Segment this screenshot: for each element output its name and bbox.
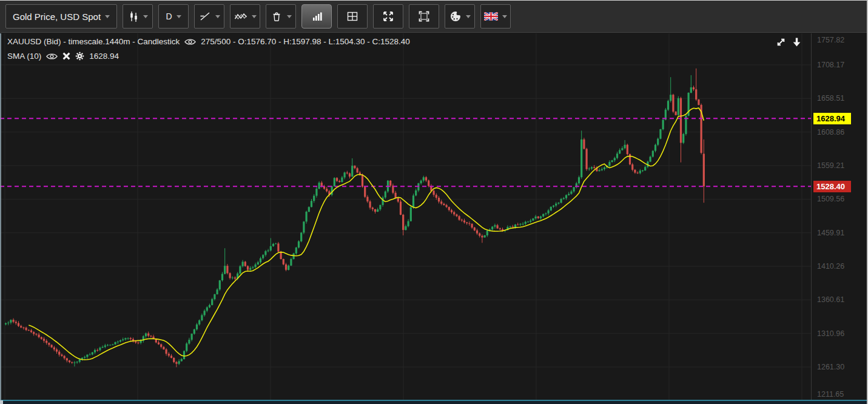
chevron-down-icon	[215, 15, 220, 18]
toolbar: Gold Price, USD Spot D	[0, 1, 868, 33]
chevron-down-icon	[105, 15, 110, 18]
timeframe-button[interactable]: D	[158, 4, 189, 29]
layout-grid-icon	[346, 10, 359, 23]
bar-chart-icon	[311, 10, 323, 22]
chevron-down-icon	[287, 15, 292, 18]
chevron-down-icon	[466, 15, 471, 18]
timeframe-label: D	[166, 12, 172, 21]
chevron-down-icon	[143, 15, 148, 18]
indicators-button[interactable]	[230, 4, 260, 29]
frame-icon	[418, 10, 430, 22]
series-title: XAUUSD (Bid) - timescale.1440m - Candles…	[7, 37, 180, 46]
price-axis-label: 1360.61	[817, 295, 844, 304]
chevron-down-icon	[177, 15, 181, 18]
price-axis-label: 1757.82	[817, 36, 844, 44]
sma-value-tag: 1628.94	[813, 113, 851, 124]
candlestick-icon	[128, 10, 139, 22]
price-axis-label: 1608.86	[817, 128, 844, 136]
trendline-icon	[199, 10, 211, 22]
compare-zigzag-icon	[234, 12, 247, 21]
theme-button[interactable]	[445, 4, 475, 29]
window-edge-top	[0, 0, 868, 1]
uk-flag-icon	[484, 12, 498, 21]
scroll-to-latest-arrow-down-button[interactable]	[792, 37, 802, 47]
series-ohlc-stats: 275/500 - O:1576.70 - H:1597.98 - L:1504…	[201, 37, 410, 46]
snapshot-frame-button[interactable]	[409, 4, 439, 29]
trash-icon	[271, 10, 283, 22]
window-edge-left	[0, 33, 1, 400]
expand-arrows-icon	[382, 10, 394, 22]
indicator-settings-gear-icon[interactable]	[75, 52, 84, 61]
symbol-selector-button[interactable]: Gold Price, USD Spot	[5, 4, 117, 29]
chart-header: XAUUSD (Bid) - timescale.1440m - Candles…	[7, 37, 410, 61]
symbol-label: Gold Price, USD Spot	[13, 12, 101, 22]
series-visibility-eye-icon[interactable]	[184, 38, 196, 45]
indicator-label: SMA (10)	[7, 52, 41, 61]
price-axis-label: 1559.21	[817, 161, 844, 170]
trendline-tool-button[interactable]	[194, 4, 224, 29]
indicator-value: 1628.94	[89, 52, 119, 61]
price-axis[interactable]: 1757.821708.171658.511608.861559.211509.…	[811, 0, 868, 404]
indicator-visibility-eye-icon[interactable]	[46, 53, 58, 60]
layout-button[interactable]	[337, 4, 368, 29]
chart-type-button[interactable]	[123, 4, 153, 29]
chart-controls	[775, 36, 802, 48]
price-axis-label: 1509.56	[817, 195, 844, 203]
chevron-down-icon	[252, 15, 257, 18]
price-axis-label: 1310.96	[817, 329, 844, 338]
palette-icon	[449, 10, 462, 22]
window-corner	[0, 400, 3, 404]
price-axis-label: 1658.51	[817, 94, 844, 103]
volume-bars-button[interactable]	[301, 4, 332, 29]
delete-drawings-button[interactable]	[266, 4, 296, 29]
bottom-strip	[0, 401, 868, 404]
last-price-tag: 1528.40	[813, 181, 851, 192]
indicator-remove-icon[interactable]	[62, 52, 70, 60]
price-axis-label: 1261.30	[817, 363, 844, 371]
price-axis-label: 1410.26	[817, 262, 844, 271]
price-axis-label: 1211.65	[817, 390, 844, 399]
trading-app-window: Gold Price, USD Spot D	[0, 0, 868, 404]
resize-diagonal-button[interactable]	[775, 36, 787, 48]
chart-canvas[interactable]	[0, 33, 811, 400]
chevron-down-icon	[502, 15, 507, 18]
fullscreen-button[interactable]	[373, 4, 403, 29]
language-button[interactable]	[480, 4, 511, 29]
price-axis-label: 1708.17	[817, 61, 844, 69]
price-axis-label: 1459.91	[817, 229, 844, 237]
